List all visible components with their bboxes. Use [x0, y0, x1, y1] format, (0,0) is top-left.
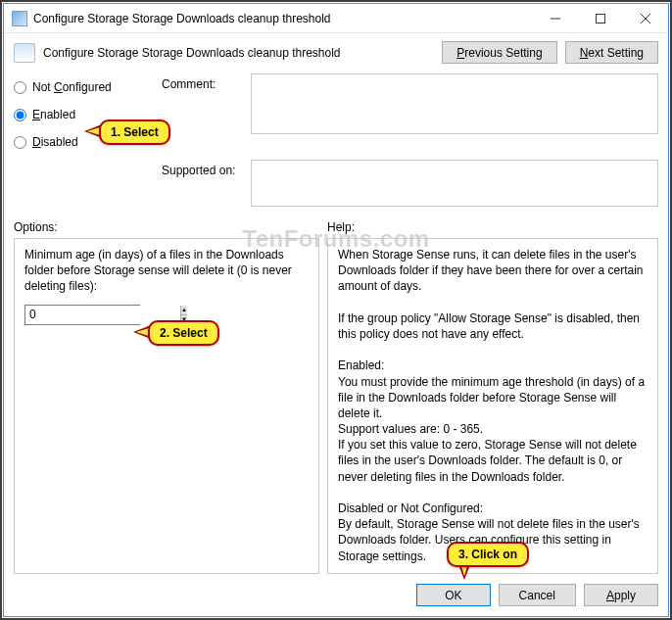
spinner-up-button[interactable]: ▲: [181, 306, 187, 315]
comment-label: Comment:: [162, 73, 245, 91]
age-spinner[interactable]: ▲ ▼: [24, 305, 140, 325]
previous-setting-button[interactable]: Previous Setting: [442, 41, 556, 64]
help-text: When Storage Sense runs, it can delete f…: [338, 247, 648, 564]
help-panel: When Storage Sense runs, it can delete f…: [327, 238, 658, 574]
cancel-button[interactable]: Cancel: [499, 584, 576, 606]
ok-button[interactable]: OK: [416, 584, 490, 606]
help-label: Help:: [327, 220, 355, 234]
options-panel: Minimum age (in days) of a files in the …: [14, 238, 319, 574]
policy-title: Configure Storage Storage Downloads clea…: [43, 46, 434, 60]
spinner-label: Minimum age (in days) of a files in the …: [24, 247, 309, 295]
titlebar: Configure Storage Storage Downloads clea…: [4, 4, 668, 33]
supported-on-box: [251, 160, 658, 207]
next-setting-button[interactable]: Next Setting: [565, 41, 658, 64]
callout-3: 3. Click on: [447, 542, 529, 567]
options-label: Options:: [14, 220, 327, 234]
window-icon: [12, 11, 27, 26]
minimize-button[interactable]: [533, 4, 578, 33]
maximize-button[interactable]: [578, 4, 623, 33]
not-configured-radio[interactable]: Not Configured: [14, 73, 156, 101]
supported-label: Supported on:: [162, 160, 245, 177]
window-title: Configure Storage Storage Downloads clea…: [33, 12, 533, 25]
policy-icon: [14, 43, 35, 63]
comment-input[interactable]: [251, 73, 658, 134]
apply-button[interactable]: Apply: [584, 584, 658, 606]
callout-1: 1. Select: [99, 119, 170, 145]
close-button[interactable]: [623, 4, 668, 33]
callout-2: 2. Select: [148, 320, 219, 346]
svg-rect-0: [597, 14, 605, 23]
